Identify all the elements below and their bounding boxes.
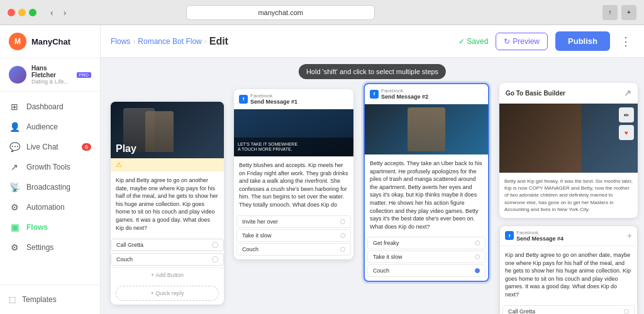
flow-card-3[interactable]: f Facebook Send Message #2 Betty accepts… <box>364 83 489 282</box>
card1-add-button[interactable]: + Add Button <box>111 268 224 282</box>
go-to-title: Go To Basic Builder <box>506 90 565 97</box>
card3-opt3-radio <box>475 268 480 273</box>
sidebar-item-label: Live Chat <box>26 143 58 151</box>
sidebar-item-label: Automation <box>26 203 65 212</box>
audience-icon: 👤 <box>9 122 20 132</box>
card3-fb-label: Facebook <box>381 88 428 94</box>
flow-card-2[interactable]: f Facebook Send Message #1 LET'S TAKE IT… <box>234 89 353 259</box>
sidebar-item-label: Growth Tools <box>26 163 70 171</box>
card1-text: Kip and Betty agree to go on another dat… <box>116 176 219 232</box>
edit-icon[interactable]: ✏ <box>619 107 634 122</box>
send4-add-icon[interactable]: + <box>627 230 632 241</box>
send4-fb-title: Send Message #4 <box>516 236 564 242</box>
settings-icon: ⚙ <box>9 242 20 252</box>
radio2 <box>212 256 218 263</box>
card2-option3[interactable]: Couch <box>236 243 351 256</box>
card1-btn1-row[interactable]: Call Gretta <box>111 239 224 251</box>
card2-option2[interactable]: Take it slow <box>236 229 351 242</box>
send4-card[interactable]: f Facebook Send Message #4 + Kip and Bet… <box>499 225 638 314</box>
more-options-button[interactable]: ⋮ <box>618 32 634 51</box>
send4-fb-header: f Facebook Send Message #4 + <box>500 226 637 246</box>
card1-btn2-row[interactable]: Couch <box>111 253 224 266</box>
canvas-content: Play ⚠ Kip and Betty agree to go on anot… <box>101 58 644 314</box>
sidebar-item-label: Audience <box>26 122 58 131</box>
card3-option1[interactable]: Get freaky <box>367 237 486 249</box>
card2-fb-title: Send Message #1 <box>250 99 297 105</box>
breadcrumb-sep1: › <box>133 37 135 46</box>
card3-opt1-label: Get freaky <box>373 240 399 246</box>
card3-option2[interactable]: Take it slow <box>367 251 486 263</box>
card3-image <box>365 104 488 154</box>
user-profile[interactable]: Hans Fletcher Dating & Life... PRO <box>0 58 100 92</box>
breadcrumb-sep2: › <box>204 37 207 46</box>
card2-option1[interactable]: Invite her over <box>236 215 351 228</box>
sidebar-item-automation[interactable]: ⚙ Automation <box>0 197 100 217</box>
sidebar-item-broadcasting[interactable]: 📡 Broadcasting <box>0 177 100 197</box>
sidebar-item-growth-tools[interactable]: ↗ Growth Tools <box>0 157 100 177</box>
sidebar-item-audience[interactable]: 👤 Audience <box>0 117 100 137</box>
minimize-button[interactable] <box>18 9 26 16</box>
preview-button[interactable]: ↻ Preview <box>496 33 548 50</box>
avatar <box>9 66 26 84</box>
option3-label: Couch <box>242 246 258 252</box>
sidebar-item-flows[interactable]: ▣ Flows <box>0 217 100 237</box>
sidebar-item-dashboard[interactable]: ⊞ Dashboard <box>0 97 100 117</box>
saved-indicator: ✓ Saved <box>458 37 488 46</box>
go-to-header: Go To Basic Builder ↗ <box>499 83 638 104</box>
preview-label: Preview <box>513 37 540 46</box>
maximize-button[interactable] <box>29 9 36 16</box>
breadcrumb-flows[interactable]: Flows <box>111 37 130 46</box>
add-tab-icon[interactable]: + <box>621 5 636 20</box>
card1-btn1-label: Call Gretta <box>116 242 143 248</box>
canvas-area[interactable]: Hold 'shift' and click to select multipl… <box>101 58 644 314</box>
breadcrumb-romance[interactable]: Romance Bot Flow <box>138 37 201 46</box>
url-text: manychat.com <box>258 9 303 16</box>
breadcrumb: Flows › Romance Bot Flow › Edit <box>111 36 228 47</box>
canvas-hint: Hold 'shift' and click to select multipl… <box>299 64 446 79</box>
sidebar-item-label: Flows <box>26 223 48 232</box>
broadcasting-icon: 📡 <box>9 182 20 192</box>
go-to-card[interactable]: Go To Basic Builder ↗ ✏ ♥ Betty and Kip … <box>499 83 638 218</box>
pro-badge: PRO <box>77 72 91 78</box>
templates-icon: ⬚ <box>9 295 16 304</box>
publish-button[interactable]: Publish <box>555 31 610 51</box>
right-panel: Go To Basic Builder ↗ ✏ ♥ Betty and Kip … <box>499 83 638 314</box>
card2-body: Betty blushes and accepts. Kip meets her… <box>234 156 353 214</box>
chat-icon: 💬 <box>9 142 20 152</box>
card3-option3[interactable]: Couch <box>367 264 486 277</box>
dashboard-icon: ⊞ <box>9 102 20 112</box>
sidebar-footer: ⬚ Templates <box>0 284 100 314</box>
share-icon[interactable]: ↑ <box>602 5 618 20</box>
back-button[interactable]: ‹ <box>47 6 57 19</box>
heart-icon[interactable]: ♥ <box>619 125 634 140</box>
close-button[interactable] <box>8 9 15 16</box>
sidebar-item-settings[interactable]: ⚙ Settings <box>0 237 100 257</box>
send4-option1[interactable]: Call Gretta <box>502 305 635 315</box>
facebook-icon: f <box>239 95 248 104</box>
card1-warning: ⚠ <box>111 158 224 171</box>
user-subtitle: Dating & Life... <box>31 78 72 85</box>
browser-chrome: ‹ › manychat.com ↑ + <box>0 0 644 25</box>
user-name: Hans Fletcher <box>31 65 72 78</box>
option2-label: Take it slow <box>242 232 272 239</box>
card1-quick-reply[interactable]: + Quick reply <box>116 286 219 301</box>
play-label: Play <box>116 143 136 154</box>
address-bar[interactable]: manychat.com <box>186 5 375 20</box>
card2-fb-label: Facebook <box>250 93 297 99</box>
option1-label: Invite her over <box>242 219 278 225</box>
topbar: Flows › Romance Bot Flow › Edit ✓ Saved … <box>101 25 644 58</box>
option2-radio <box>340 233 345 238</box>
sidebar-item-templates[interactable]: ⬚ Templates <box>9 291 91 308</box>
send4-fb-label: Facebook <box>516 230 564 236</box>
option1-radio <box>340 219 345 224</box>
card3-fb-title: Send Message #2 <box>381 94 428 100</box>
flow-card-1[interactable]: Play ⚠ Kip and Betty agree to go on anot… <box>111 102 224 305</box>
publish-label: Publish <box>568 36 597 46</box>
forward-button[interactable]: › <box>60 6 70 19</box>
sidebar-item-live-chat[interactable]: 💬 Live Chat 6 <box>0 137 100 157</box>
radio1 <box>212 242 218 248</box>
browser-actions: ↑ + <box>602 5 636 20</box>
main-area: Flows › Romance Bot Flow › Edit ✓ Saved … <box>101 25 644 314</box>
sidebar: M ManyChat Hans Fletcher Dating & Life..… <box>0 25 101 314</box>
card2-text: Betty blushes and accepts. Kip meets her… <box>239 161 348 209</box>
